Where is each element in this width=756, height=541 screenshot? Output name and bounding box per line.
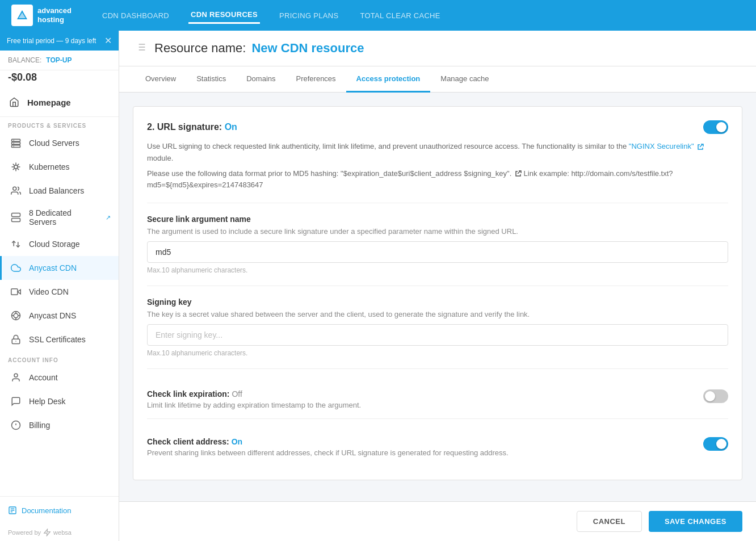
signing-key-label: Signing key	[147, 297, 728, 307]
check-client-row: Check client address: On Prevent sharing…	[147, 428, 728, 466]
signing-key-desc: The key is a secret value shared between…	[147, 310, 728, 318]
svg-rect-3	[12, 142, 20, 145]
main-layout: Free trial period — 9 days left ✕ BALANC…	[0, 31, 756, 541]
svg-point-8	[14, 165, 18, 169]
sidebar-item-video-cdn[interactable]: Video CDN	[0, 280, 119, 304]
homepage-label: Homepage	[27, 98, 71, 107]
products-section-label: PRODUCTS & SERVICES	[0, 117, 119, 131]
svg-line-16	[18, 164, 19, 166]
sidebar-item-account[interactable]: Account	[0, 366, 119, 389]
balance-amount: -$0.08	[0, 70, 119, 88]
nav-total-clear-cache[interactable]: TOTAL CLEAR CACHE	[358, 8, 442, 23]
sidebar-item-anycast-dns[interactable]: Anycast DNS	[0, 304, 119, 328]
sidebar-item-cloud-storage[interactable]: Cloud Storage	[0, 232, 119, 256]
svg-line-15	[13, 169, 15, 170]
signing-key-input[interactable]	[147, 324, 728, 346]
sidebar-item-ssl[interactable]: SSL Certificates	[0, 328, 119, 351]
sidebar-item-dedicated-servers[interactable]: 8 Dedicated Servers ↗	[0, 203, 119, 232]
cloud-storage-icon	[10, 238, 22, 250]
main-content: Resource name: New CDN resource Overview…	[119, 31, 756, 541]
check-client-label: Check client address: On	[147, 437, 692, 446]
secure-link-desc: The argument is used to include a secure…	[147, 227, 728, 236]
tab-manage-cache[interactable]: Manage cache	[430, 66, 499, 93]
resource-name: New CDN resource	[251, 41, 364, 56]
svg-point-32	[14, 374, 18, 377]
ssl-label: SSL Certificates	[29, 335, 86, 344]
nav-cdn-resources[interactable]: CDN RESOURCES	[188, 7, 260, 24]
account-label: Account	[29, 373, 58, 382]
trial-banner: Free trial period — 9 days left ✕	[0, 31, 119, 51]
nav-cdn-dashboard[interactable]: CDN DASHBOARD	[100, 8, 171, 23]
sidebar-item-billing[interactable]: Billing	[0, 413, 119, 437]
kubernetes-icon	[10, 161, 22, 173]
dedicated-servers-icon	[10, 211, 22, 224]
anycast-cdn-label: Anycast CDN	[29, 263, 77, 272]
secure-link-hint: Max.10 alphanumeric characters.	[147, 266, 728, 274]
cancel-button[interactable]: CANCEL	[577, 511, 642, 532]
sidebar-bottom: Documentation	[0, 496, 119, 524]
svg-rect-4	[12, 145, 20, 148]
svg-rect-18	[12, 213, 20, 217]
breadcrumb-icon	[135, 41, 146, 56]
balance-bar: BALANCE: TOP-UP	[0, 51, 119, 70]
anycast-dns-label: Anycast DNS	[29, 311, 76, 320]
cloud-servers-label: Cloud Servers	[29, 139, 79, 148]
helpdesk-icon	[10, 395, 22, 408]
check-client-left: Check client address: On Prevent sharing…	[147, 437, 703, 457]
topup-link[interactable]: TOP-UP	[46, 56, 72, 64]
url-signature-title: 2. URL signature: On	[147, 122, 237, 132]
url-signature-toggle[interactable]	[703, 120, 728, 134]
anycast-dns-icon	[10, 309, 22, 322]
external-link-icon[interactable]: ↗	[106, 214, 111, 221]
home-icon	[8, 96, 20, 108]
check-expiration-row: Check link expiration: Off Limit link li…	[147, 380, 728, 418]
load-balancers-icon	[10, 184, 22, 197]
url-signature-header: 2. URL signature: On	[147, 120, 728, 134]
billing-label: Billing	[29, 421, 50, 430]
nav-pricing-plans[interactable]: PRICING PLANS	[277, 8, 341, 23]
helpdesk-label: Help Desk	[29, 397, 66, 406]
signing-key-hint: Max.10 alphanumeric characters.	[147, 349, 728, 357]
close-icon[interactable]: ✕	[104, 35, 112, 46]
tab-domains[interactable]: Domains	[236, 66, 285, 93]
check-client-status: On	[232, 437, 242, 446]
svg-point-6	[14, 143, 15, 144]
sidebar: Free trial period — 9 days left ✕ BALANC…	[0, 31, 119, 541]
save-changes-button[interactable]: SAVE CHANGES	[649, 511, 742, 532]
secure-link-input[interactable]	[147, 241, 728, 263]
check-expiration-desc: Limit link lifetime by adding expiration…	[147, 401, 692, 409]
billing-icon	[10, 419, 22, 431]
tab-statistics[interactable]: Statistics	[186, 66, 236, 93]
dedicated-servers-label: 8 Dedicated Servers	[29, 208, 96, 227]
svg-rect-2	[12, 139, 20, 141]
check-client-desc: Prevent sharing links between different …	[147, 448, 692, 457]
content-area: 2. URL signature: On Use URL signing to …	[119, 93, 756, 501]
tabs-bar: Overview Statistics Domains Preferences …	[119, 66, 756, 93]
tab-access-protection[interactable]: Access protection	[346, 66, 431, 93]
sidebar-item-kubernetes[interactable]: Kubernetes	[0, 155, 119, 179]
check-client-toggle[interactable]	[703, 437, 728, 451]
video-cdn-icon	[10, 286, 22, 298]
svg-point-7	[14, 146, 15, 147]
powered-by: Powered by websa	[0, 524, 119, 541]
logo: advanced hosting	[11, 5, 72, 26]
check-expiration-left: Check link expiration: Off Limit link li…	[147, 389, 703, 409]
svg-point-25	[14, 313, 18, 318]
sidebar-item-cloud-servers[interactable]: Cloud Servers	[0, 131, 119, 155]
svg-rect-23	[11, 289, 18, 295]
documentation-label: Documentation	[22, 506, 71, 515]
sidebar-item-load-balancers[interactable]: Load Balancers	[0, 179, 119, 203]
sidebar-item-anycast-cdn[interactable]: Anycast CDN	[0, 256, 119, 280]
tab-preferences[interactable]: Preferences	[286, 66, 346, 93]
check-expiration-toggle[interactable]	[703, 389, 728, 403]
nginx-link[interactable]: "NGINX Securelink"	[629, 142, 694, 150]
kubernetes-label: Kubernetes	[29, 162, 70, 171]
url-signature-card: 2. URL signature: On Use URL signing to …	[133, 106, 742, 480]
tab-overview[interactable]: Overview	[135, 66, 186, 93]
documentation-link[interactable]: Documentation	[8, 502, 111, 518]
sidebar-item-helpdesk[interactable]: Help Desk	[0, 389, 119, 413]
url-signature-desc1: Use URL signing to check requested link …	[147, 141, 728, 165]
ssl-icon	[10, 333, 22, 346]
sidebar-item-homepage[interactable]: Homepage	[0, 88, 119, 117]
logo-icon	[11, 5, 33, 26]
